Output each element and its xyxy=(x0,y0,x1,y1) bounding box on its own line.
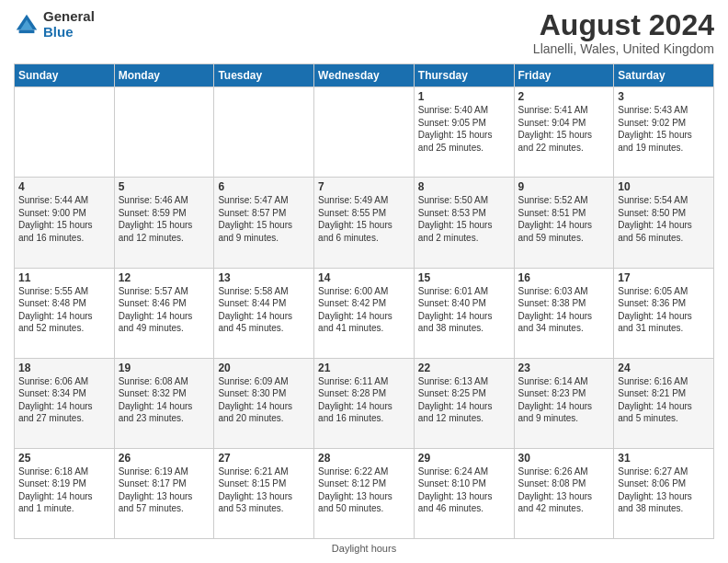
calendar-cell xyxy=(214,87,314,178)
calendar-cell: 19Sunrise: 6:08 AM Sunset: 8:32 PM Dayli… xyxy=(114,358,214,448)
calendar-week-4: 25Sunrise: 6:18 AM Sunset: 8:19 PM Dayli… xyxy=(15,448,714,538)
calendar-cell: 23Sunrise: 6:14 AM Sunset: 8:23 PM Dayli… xyxy=(514,358,614,448)
title-block: August 2024 Llanelli, Wales, United King… xyxy=(533,9,714,56)
calendar-week-1: 4Sunrise: 5:44 AM Sunset: 9:00 PM Daylig… xyxy=(15,178,714,268)
col-wednesday: Wednesday xyxy=(314,64,415,87)
day-number: 19 xyxy=(119,362,210,374)
calendar-cell: 4Sunrise: 5:44 AM Sunset: 9:00 PM Daylig… xyxy=(15,178,115,268)
calendar-cell: 13Sunrise: 5:58 AM Sunset: 8:44 PM Dayli… xyxy=(214,268,314,358)
day-number: 20 xyxy=(218,362,310,374)
day-info: Sunrise: 6:00 AM Sunset: 8:42 PM Dayligh… xyxy=(318,285,410,335)
calendar-cell: 2Sunrise: 5:41 AM Sunset: 9:04 PM Daylig… xyxy=(514,87,614,178)
day-info: Sunrise: 5:49 AM Sunset: 8:55 PM Dayligh… xyxy=(318,194,410,244)
day-info: Sunrise: 6:24 AM Sunset: 8:10 PM Dayligh… xyxy=(418,465,510,515)
logo: General Blue xyxy=(14,9,95,40)
day-number: 28 xyxy=(318,452,410,465)
month-year: August 2024 xyxy=(533,9,714,41)
day-number: 24 xyxy=(618,362,710,374)
day-number: 1 xyxy=(418,90,510,103)
calendar-cell xyxy=(114,87,214,178)
day-info: Sunrise: 6:08 AM Sunset: 8:32 PM Dayligh… xyxy=(119,375,210,425)
day-info: Sunrise: 5:47 AM Sunset: 8:57 PM Dayligh… xyxy=(218,194,310,244)
day-number: 21 xyxy=(318,362,410,374)
day-info: Sunrise: 5:40 AM Sunset: 9:05 PM Dayligh… xyxy=(418,104,510,154)
calendar-cell: 12Sunrise: 5:57 AM Sunset: 8:46 PM Dayli… xyxy=(114,268,214,358)
day-info: Sunrise: 6:13 AM Sunset: 8:25 PM Dayligh… xyxy=(418,375,510,425)
logo-general-text: General xyxy=(43,9,95,25)
day-number: 22 xyxy=(418,362,510,374)
page: General Blue August 2024 Llanelli, Wales… xyxy=(0,0,728,563)
day-info: Sunrise: 6:21 AM Sunset: 8:15 PM Dayligh… xyxy=(218,465,310,515)
day-number: 5 xyxy=(119,180,210,193)
day-info: Sunrise: 5:57 AM Sunset: 8:46 PM Dayligh… xyxy=(119,285,210,335)
col-saturday: Saturday xyxy=(614,64,714,87)
col-monday: Monday xyxy=(114,64,214,87)
calendar-cell: 31Sunrise: 6:27 AM Sunset: 8:06 PM Dayli… xyxy=(614,448,714,538)
calendar-cell: 21Sunrise: 6:11 AM Sunset: 8:28 PM Dayli… xyxy=(314,358,415,448)
day-info: Sunrise: 5:52 AM Sunset: 8:51 PM Dayligh… xyxy=(518,194,610,244)
calendar-cell: 18Sunrise: 6:06 AM Sunset: 8:34 PM Dayli… xyxy=(15,358,115,448)
calendar-cell: 5Sunrise: 5:46 AM Sunset: 8:59 PM Daylig… xyxy=(114,178,214,268)
calendar-header-row: Sunday Monday Tuesday Wednesday Thursday… xyxy=(15,64,714,87)
calendar-week-2: 11Sunrise: 5:55 AM Sunset: 8:48 PM Dayli… xyxy=(15,268,714,358)
day-number: 30 xyxy=(518,452,610,465)
day-number: 4 xyxy=(18,180,110,193)
day-info: Sunrise: 5:41 AM Sunset: 9:04 PM Dayligh… xyxy=(518,104,610,154)
calendar-cell: 20Sunrise: 6:09 AM Sunset: 8:30 PM Dayli… xyxy=(214,358,314,448)
calendar-cell: 16Sunrise: 6:03 AM Sunset: 8:38 PM Dayli… xyxy=(514,268,614,358)
day-info: Sunrise: 6:27 AM Sunset: 8:06 PM Dayligh… xyxy=(618,465,710,515)
day-number: 17 xyxy=(618,271,710,284)
day-info: Sunrise: 6:14 AM Sunset: 8:23 PM Dayligh… xyxy=(518,375,610,425)
day-info: Sunrise: 5:55 AM Sunset: 8:48 PM Dayligh… xyxy=(18,285,110,335)
location: Llanelli, Wales, United Kingdom xyxy=(533,41,714,56)
day-number: 29 xyxy=(418,452,510,465)
day-number: 9 xyxy=(518,180,610,193)
calendar-cell: 11Sunrise: 5:55 AM Sunset: 8:48 PM Dayli… xyxy=(15,268,115,358)
logo-icon xyxy=(14,12,40,38)
day-number: 31 xyxy=(618,452,710,465)
svg-rect-2 xyxy=(19,29,35,33)
calendar-cell: 22Sunrise: 6:13 AM Sunset: 8:25 PM Dayli… xyxy=(414,358,514,448)
calendar-cell: 26Sunrise: 6:19 AM Sunset: 8:17 PM Dayli… xyxy=(114,448,214,538)
day-number: 15 xyxy=(418,271,510,284)
col-friday: Friday xyxy=(514,64,614,87)
day-info: Sunrise: 6:22 AM Sunset: 8:12 PM Dayligh… xyxy=(318,465,410,515)
day-number: 14 xyxy=(318,271,410,284)
day-info: Sunrise: 6:03 AM Sunset: 8:38 PM Dayligh… xyxy=(518,285,610,335)
calendar-cell: 25Sunrise: 6:18 AM Sunset: 8:19 PM Dayli… xyxy=(15,448,115,538)
day-info: Sunrise: 6:05 AM Sunset: 8:36 PM Dayligh… xyxy=(618,285,710,335)
calendar-cell: 28Sunrise: 6:22 AM Sunset: 8:12 PM Dayli… xyxy=(314,448,415,538)
day-number: 16 xyxy=(518,271,610,284)
day-number: 8 xyxy=(418,180,510,193)
day-number: 10 xyxy=(618,180,710,193)
day-info: Sunrise: 5:54 AM Sunset: 8:50 PM Dayligh… xyxy=(618,194,710,244)
calendar-cell: 1Sunrise: 5:40 AM Sunset: 9:05 PM Daylig… xyxy=(414,87,514,178)
calendar-cell: 30Sunrise: 6:26 AM Sunset: 8:08 PM Dayli… xyxy=(514,448,614,538)
day-info: Sunrise: 5:58 AM Sunset: 8:44 PM Dayligh… xyxy=(218,285,310,335)
day-number: 27 xyxy=(218,452,310,465)
logo-text: General Blue xyxy=(43,9,95,40)
col-sunday: Sunday xyxy=(15,64,115,87)
day-info: Sunrise: 5:46 AM Sunset: 8:59 PM Dayligh… xyxy=(119,194,210,244)
day-info: Sunrise: 5:50 AM Sunset: 8:53 PM Dayligh… xyxy=(418,194,510,244)
day-number: 7 xyxy=(318,180,410,193)
day-info: Sunrise: 6:16 AM Sunset: 8:21 PM Dayligh… xyxy=(618,375,710,425)
day-number: 26 xyxy=(119,452,210,465)
calendar-cell: 29Sunrise: 6:24 AM Sunset: 8:10 PM Dayli… xyxy=(414,448,514,538)
day-info: Sunrise: 6:09 AM Sunset: 8:30 PM Dayligh… xyxy=(218,375,310,425)
logo-blue-text: Blue xyxy=(43,25,95,40)
day-info: Sunrise: 6:01 AM Sunset: 8:40 PM Dayligh… xyxy=(418,285,510,335)
col-tuesday: Tuesday xyxy=(214,64,314,87)
day-info: Sunrise: 6:19 AM Sunset: 8:17 PM Dayligh… xyxy=(119,465,210,515)
calendar-cell: 17Sunrise: 6:05 AM Sunset: 8:36 PM Dayli… xyxy=(614,268,714,358)
calendar-week-0: 1Sunrise: 5:40 AM Sunset: 9:05 PM Daylig… xyxy=(15,87,714,178)
calendar-cell: 3Sunrise: 5:43 AM Sunset: 9:02 PM Daylig… xyxy=(614,87,714,178)
day-number: 18 xyxy=(18,362,110,374)
calendar-cell: 15Sunrise: 6:01 AM Sunset: 8:40 PM Dayli… xyxy=(414,268,514,358)
calendar-cell xyxy=(314,87,415,178)
day-number: 13 xyxy=(218,271,310,284)
day-number: 6 xyxy=(218,180,310,193)
calendar-cell: 24Sunrise: 6:16 AM Sunset: 8:21 PM Dayli… xyxy=(614,358,714,448)
day-info: Sunrise: 5:44 AM Sunset: 9:00 PM Dayligh… xyxy=(18,194,110,244)
day-info: Sunrise: 6:18 AM Sunset: 8:19 PM Dayligh… xyxy=(18,465,110,515)
